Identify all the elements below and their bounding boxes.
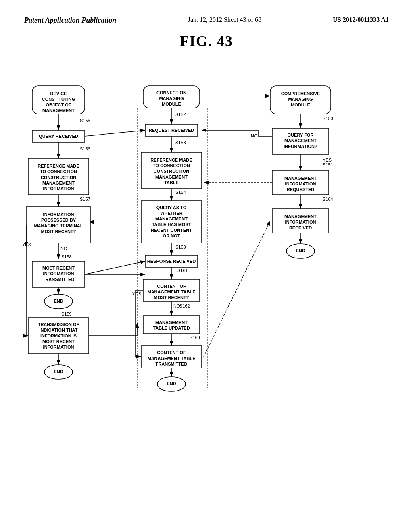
svg-text:TO CONNECTION: TO CONNECTION — [40, 169, 77, 174]
svg-text:TABLE HAS MOST: TABLE HAS MOST — [152, 222, 191, 227]
svg-text:INFORMATION: INFORMATION — [285, 220, 316, 224]
svg-text:REFERENCE MADE: REFERENCE MADE — [38, 164, 79, 168]
publication-title: Patent Application Publication — [24, 16, 116, 25]
svg-text:S154: S154 — [175, 190, 186, 195]
svg-text:QUERY FOR: QUERY FOR — [288, 133, 314, 137]
svg-text:MODULE: MODULE — [162, 102, 181, 106]
svg-text:RECENT CONTENT: RECENT CONTENT — [151, 228, 192, 233]
svg-text:MOST RECENT?: MOST RECENT? — [41, 229, 76, 234]
patent-number: US 2012/0011333 A1 — [333, 16, 389, 23]
svg-text:INFORMATION IS: INFORMATION IS — [40, 333, 77, 338]
svg-text:CONTENT OF: CONTENT OF — [157, 350, 186, 355]
svg-text:S160: S160 — [175, 245, 186, 249]
svg-line-135 — [204, 221, 270, 357]
svg-text:CONSTRUCTION: CONSTRUCTION — [41, 175, 77, 180]
svg-text:NO: NO — [60, 246, 67, 251]
svg-text:MANAGEMENT: MANAGEMENT — [284, 138, 317, 143]
svg-text:S151: S151 — [323, 162, 333, 167]
svg-text:TRANSMITTED: TRANSMITTED — [156, 362, 188, 366]
svg-text:RESPONSE RECEIVED: RESPONSE RECEIVED — [147, 259, 196, 264]
svg-text:END: END — [296, 248, 305, 253]
svg-text:OBJECT OF: OBJECT OF — [46, 102, 71, 107]
svg-text:REFERENCE MADE: REFERENCE MADE — [150, 158, 192, 162]
svg-text:CONSTRUCTION: CONSTRUCTION — [154, 169, 190, 174]
svg-text:MANAGEMENT: MANAGEMENT — [284, 214, 317, 219]
svg-text:MANAGEMENT TABLE: MANAGEMENT TABLE — [148, 356, 196, 361]
svg-text:MOST RECENT: MOST RECENT — [42, 266, 75, 270]
svg-text:INFORMATION: INFORMATION — [285, 181, 316, 186]
svg-text:S159: S159 — [61, 312, 72, 316]
svg-text:MODULE: MODULE — [291, 102, 310, 107]
svg-text:S150: S150 — [323, 116, 333, 121]
diagram-container: DEVICE CONSTITUTING OBJECT OF MANAGEMENT… — [0, 54, 413, 532]
svg-text:INFORMATION: INFORMATION — [43, 271, 74, 276]
svg-text:QUERY AS TO: QUERY AS TO — [156, 205, 187, 210]
svg-text:REQUEST RECEIVED: REQUEST RECEIVED — [149, 128, 194, 133]
svg-text:MANAGING TERMINAL: MANAGING TERMINAL — [34, 223, 83, 228]
svg-text:POSSESSED BY: POSSESSED BY — [41, 218, 76, 222]
svg-text:NO: NO — [251, 133, 258, 138]
svg-line-59 — [85, 130, 145, 136]
svg-text:CONNECTION: CONNECTION — [156, 90, 186, 95]
svg-text:S156: S156 — [80, 146, 90, 151]
svg-text:CONTENT OF: CONTENT OF — [157, 284, 186, 289]
svg-text:S152: S152 — [175, 112, 186, 117]
svg-text:OR NOT: OR NOT — [163, 233, 180, 238]
svg-text:DEVICE: DEVICE — [50, 91, 67, 96]
svg-text:TABLE UPDATED: TABLE UPDATED — [153, 326, 190, 330]
svg-text:MANAGEMENT: MANAGEMENT — [155, 320, 188, 325]
figure-title: FIG. 43 — [0, 33, 413, 50]
svg-text:TO CONNECTION: TO CONNECTION — [153, 163, 190, 168]
svg-text:S155: S155 — [80, 118, 90, 123]
sheet-info: Jan. 12, 2012 Sheet 43 of 68 — [188, 16, 261, 23]
svg-text:INDICATION THAT: INDICATION THAT — [40, 328, 78, 332]
svg-text:S157: S157 — [80, 197, 90, 202]
svg-text:S158: S158 — [61, 254, 72, 259]
svg-text:REQUESTED: REQUESTED — [287, 187, 315, 192]
svg-text:QUERY RECEIVED: QUERY RECEIVED — [39, 134, 78, 139]
flowchart-svg: DEVICE CONSTITUTING OBJECT OF MANAGEMENT… — [20, 82, 391, 532]
svg-text:MANAGEMENT: MANAGEMENT — [42, 181, 75, 185]
page-header: Patent Application Publication Jan. 12, … — [0, 0, 413, 25]
svg-text:YES: YES — [132, 291, 141, 296]
svg-text:MANAGEMENT: MANAGEMENT — [155, 175, 188, 179]
svg-text:COMPREHENSIVE: COMPREHENSIVE — [281, 91, 320, 96]
svg-text:YES: YES — [323, 158, 332, 162]
svg-text:TRANSMISSION OF: TRANSMISSION OF — [38, 322, 79, 327]
svg-text:END: END — [54, 369, 63, 374]
svg-text:INFORMATION?: INFORMATION? — [284, 144, 317, 149]
svg-text:MANAGING: MANAGING — [288, 97, 313, 102]
svg-text:MOST RECENT?: MOST RECENT? — [154, 295, 189, 300]
svg-text:S162: S162 — [179, 303, 190, 308]
svg-text:WHETHER: WHETHER — [160, 211, 183, 216]
svg-text:END: END — [167, 381, 176, 386]
svg-text:TABLE: TABLE — [164, 180, 179, 185]
svg-text:MANAGEMENT: MANAGEMENT — [284, 176, 317, 181]
svg-text:S163: S163 — [190, 335, 200, 340]
svg-text:S161: S161 — [177, 268, 188, 273]
svg-text:CONSTITUTING: CONSTITUTING — [42, 97, 75, 102]
svg-text:END: END — [54, 299, 63, 303]
svg-text:INFORMATION: INFORMATION — [43, 212, 74, 217]
svg-text:RECEIVED: RECEIVED — [289, 225, 312, 230]
svg-text:INFORMATION: INFORMATION — [43, 345, 74, 349]
svg-text:S153: S153 — [175, 140, 186, 145]
svg-text:MANAGEMENT TABLE: MANAGEMENT TABLE — [148, 289, 196, 294]
svg-text:S164: S164 — [323, 197, 333, 202]
svg-text:TRANSMITTED: TRANSMITTED — [43, 277, 75, 282]
svg-line-142 — [85, 261, 145, 274]
svg-text:MANAGING: MANAGING — [159, 96, 184, 101]
svg-text:MANAGEMENT: MANAGEMENT — [155, 216, 188, 221]
svg-text:MANAGEMENT: MANAGEMENT — [42, 108, 75, 113]
svg-text:INFORMATION: INFORMATION — [43, 186, 74, 191]
svg-text:MOST RECENT: MOST RECENT — [42, 339, 75, 344]
